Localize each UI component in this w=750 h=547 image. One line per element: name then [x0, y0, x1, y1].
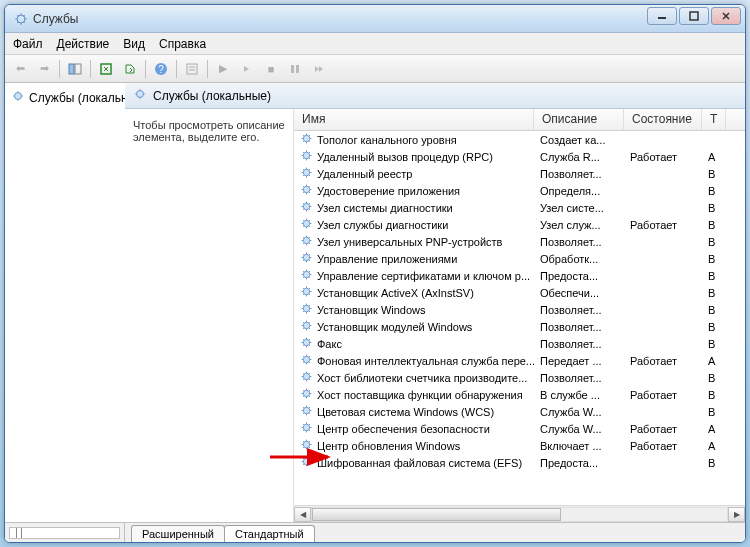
svg-point-30 — [303, 390, 310, 397]
forward-button[interactable]: ➡ — [33, 58, 55, 80]
service-row[interactable]: Узел службы диагностикиУзел служ...Работ… — [294, 216, 745, 233]
svg-point-22 — [303, 254, 310, 261]
service-startup-type: В — [702, 219, 726, 231]
service-row[interactable]: ФаксПозволяет...В — [294, 335, 745, 352]
start-service-button[interactable]: ▶ — [212, 58, 234, 80]
restart-button[interactable] — [308, 58, 330, 80]
horizontal-scrollbar[interactable]: ◀ ▶ — [294, 505, 745, 522]
service-description: Предоста... — [534, 457, 624, 469]
service-startup-type: А — [702, 423, 726, 435]
service-row[interactable]: Установщик ActiveX (AxInstSV)Обеспечи...… — [294, 284, 745, 301]
list-rows: Тополог канального уровняСоздает ка...Уд… — [294, 131, 745, 505]
content-body: Службы (локальн Службы (локальные) Чтобы… — [5, 83, 745, 542]
service-startup-type: В — [702, 287, 726, 299]
service-gear-icon — [300, 370, 313, 385]
service-name: Узел службы диагностики — [317, 219, 448, 231]
service-row[interactable]: Центр обеспечения безопасностиСлужба W..… — [294, 420, 745, 437]
tab-standard[interactable]: Стандартный — [224, 525, 315, 542]
svg-rect-2 — [690, 12, 698, 20]
service-startup-type: В — [702, 168, 726, 180]
service-row[interactable]: Тополог канального уровняСоздает ка... — [294, 131, 745, 148]
service-row[interactable]: Управление сертификатами и ключом р...Пр… — [294, 267, 745, 284]
service-name: Факс — [317, 338, 342, 350]
menubar: Файл Действие Вид Справка — [5, 33, 745, 55]
service-description: Определя... — [534, 185, 624, 197]
service-row[interactable]: Хост поставщика функции обнаруженияВ слу… — [294, 386, 745, 403]
sidebar-scroll-strip[interactable] — [5, 522, 124, 542]
svg-point-32 — [303, 424, 310, 431]
service-name: Удостоверение приложения — [317, 185, 460, 197]
tab-extended[interactable]: Расширенный — [131, 525, 225, 542]
scroll-right-icon[interactable]: ▶ — [728, 507, 745, 522]
column-name[interactable]: Имя — [294, 109, 534, 130]
service-row[interactable]: Хост библиотеки счетчика производите...П… — [294, 369, 745, 386]
service-gear-icon — [300, 149, 313, 164]
detail-panel: Чтобы просмотреть описание элемента, выд… — [125, 109, 293, 522]
service-row[interactable]: Удостоверение приложенияОпределя...В — [294, 182, 745, 199]
service-description: Обеспечи... — [534, 287, 624, 299]
service-row[interactable]: Фоновая интеллектуальная служба пере...П… — [294, 352, 745, 369]
service-row[interactable]: Удаленный вызов процедур (RPC)Служба R..… — [294, 148, 745, 165]
close-button[interactable] — [711, 7, 741, 25]
service-row[interactable]: Центр обновления WindowsВключает ...Рабо… — [294, 437, 745, 454]
service-state: Работает — [624, 440, 702, 452]
svg-point-33 — [303, 441, 310, 448]
column-description[interactable]: Описание — [534, 109, 624, 130]
service-gear-icon — [300, 438, 313, 453]
service-description: Позволяет... — [534, 321, 624, 333]
service-name: Хост поставщика функции обнаружения — [317, 389, 523, 401]
service-row[interactable]: Цветовая система Windows (WCS)Служба W..… — [294, 403, 745, 420]
view-tabs: Расширенный Стандартный — [125, 522, 745, 542]
scroll-left-icon[interactable]: ◀ — [294, 507, 311, 522]
stop-service-button[interactable]: ■ — [260, 58, 282, 80]
service-gear-icon — [300, 183, 313, 198]
scroll-track[interactable] — [311, 507, 728, 522]
service-state: Работает — [624, 151, 702, 163]
toolbar-separator — [90, 60, 91, 78]
service-row[interactable]: Установщик WindowsПозволяет...В — [294, 301, 745, 318]
menu-view[interactable]: Вид — [123, 37, 145, 51]
service-row[interactable]: Узел системы диагностикиУзел систе...В — [294, 199, 745, 216]
show-hide-tree-button[interactable] — [64, 58, 86, 80]
scroll-thumb[interactable] — [312, 508, 561, 521]
toolbar-separator — [176, 60, 177, 78]
minimize-button[interactable] — [647, 7, 677, 25]
service-row[interactable]: Узел универсальных PNP-устройствПозволяе… — [294, 233, 745, 250]
service-state: Работает — [624, 219, 702, 231]
svg-point-27 — [303, 339, 310, 346]
refresh-button[interactable] — [95, 58, 117, 80]
service-gear-icon — [300, 132, 313, 147]
properties-button[interactable] — [181, 58, 203, 80]
menu-file[interactable]: Файл — [13, 37, 43, 51]
service-description: Служба W... — [534, 406, 624, 418]
back-button[interactable]: ⬅ — [9, 58, 31, 80]
menu-action[interactable]: Действие — [57, 37, 110, 51]
main-panel: Службы (локальные) Чтобы просмотреть опи… — [125, 83, 745, 542]
column-state[interactable]: Состояние — [624, 109, 702, 130]
pause2-button[interactable] — [284, 58, 306, 80]
service-row[interactable]: Шифрованная файловая система (EFS)Предос… — [294, 454, 745, 471]
service-row[interactable]: Установщик модулей WindowsПозволяет...В — [294, 318, 745, 335]
menu-help[interactable]: Справка — [159, 37, 206, 51]
service-row[interactable]: Управление приложениямиОбработк...В — [294, 250, 745, 267]
service-name: Установщик ActiveX (AxInstSV) — [317, 287, 474, 299]
service-name: Управление приложениями — [317, 253, 457, 265]
titlebar[interactable]: Службы — [5, 5, 745, 33]
service-name: Тополог канального уровня — [317, 134, 457, 146]
column-startup-type[interactable]: Т — [702, 109, 726, 130]
service-name: Центр обеспечения безопасности — [317, 423, 490, 435]
svg-point-31 — [303, 407, 310, 414]
services-icon — [133, 87, 147, 104]
pause-service-button[interactable] — [236, 58, 258, 80]
service-row[interactable]: Удаленный реестрПозволяет...В — [294, 165, 745, 182]
export-button[interactable] — [119, 58, 141, 80]
service-name: Узел универсальных PNP-устройств — [317, 236, 502, 248]
service-description: Предоста... — [534, 270, 624, 282]
service-startup-type: В — [702, 321, 726, 333]
service-description: Служба W... — [534, 423, 624, 435]
maximize-button[interactable] — [679, 7, 709, 25]
tree-item-services[interactable]: Службы (локальн — [5, 87, 125, 108]
help-button[interactable]: ? — [150, 58, 172, 80]
service-startup-type: В — [702, 185, 726, 197]
service-description: В службе ... — [534, 389, 624, 401]
